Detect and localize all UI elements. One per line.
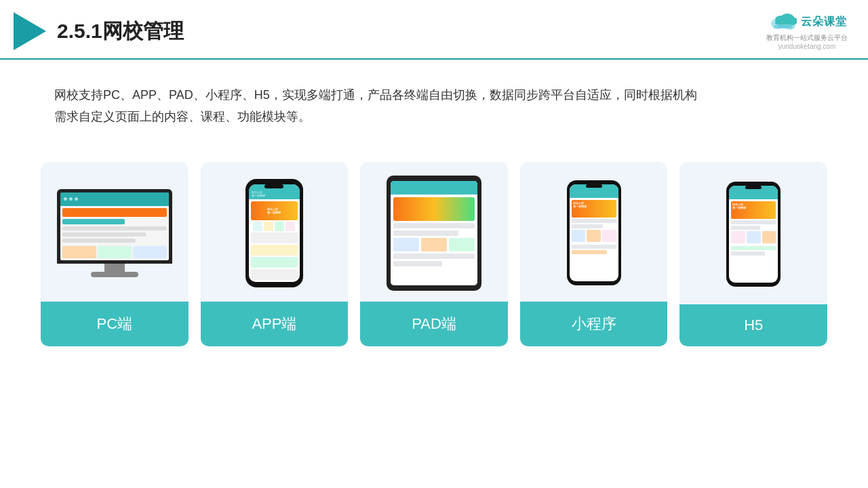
cloud-logo-container: 云朵课堂 <box>767 13 847 32</box>
logo-url: yunduoketang.com <box>778 43 836 50</box>
svg-rect-7 <box>775 21 795 24</box>
card-h5-label: H5 <box>679 304 827 346</box>
description-line1: 网校支持PC、APP、PAD、小程序、H5，实现多端打通，产品各终端自由切换，数… <box>54 84 814 106</box>
logo-text-cn: 云朵课堂 <box>801 15 847 29</box>
header-left: 2.5.1网校管理 <box>14 12 184 50</box>
card-pc: PC端 <box>41 162 189 346</box>
card-miniprogram: 职达人的第一堂网课 小程序 <box>520 162 668 346</box>
phone-miniprogram-mockup: 职达人的第一堂网课 <box>567 180 621 285</box>
tablet-mockup <box>387 176 481 291</box>
description-block: 网校支持PC、APP、PAD、小程序、H5，实现多端打通，产品各终端自由切换，数… <box>0 60 868 142</box>
page-title: 2.5.1网校管理 <box>57 18 184 45</box>
card-h5-image: 职达人的第一堂网课 <box>679 162 827 304</box>
card-app-label: APP端 <box>201 302 349 346</box>
cards-container: PC端 职达人的第一堂网课 职达人的第一堂网课 <box>0 142 868 346</box>
card-pad-label: PAD端 <box>360 302 508 346</box>
card-pad: PAD端 <box>360 162 508 346</box>
card-app-image: 职达人的第一堂网课 职达人的第一堂网课 <box>201 162 349 302</box>
card-miniprogram-image: 职达人的第一堂网课 <box>520 162 668 302</box>
svg-rect-3 <box>774 25 793 28</box>
card-h5: 职达人的第一堂网课 H5 <box>679 162 827 346</box>
cloud-svg-icon <box>767 13 797 32</box>
card-app: 职达人的第一堂网课 职达人的第一堂网课 <box>201 162 349 346</box>
logo-subtext: 教育机构一站式服务云平台 <box>766 33 848 43</box>
phone-app-mockup: 职达人的第一堂网课 职达人的第一堂网课 <box>245 179 303 287</box>
description-line2: 需求自定义页面上的内容、课程、功能模块等。 <box>54 106 814 127</box>
brand-logo: 云朵课堂 教育机构一站式服务云平台 yunduoketang.com <box>766 13 848 50</box>
play-icon <box>14 12 46 50</box>
card-pad-image <box>360 162 508 302</box>
card-pc-image <box>41 162 189 302</box>
pc-monitor-mockup <box>54 189 176 277</box>
page-header: 2.5.1网校管理 云朵课堂 教育机构一站式服务云平台 yunduoketang… <box>0 0 868 60</box>
card-pc-label: PC端 <box>41 302 189 346</box>
card-miniprogram-label: 小程序 <box>520 302 668 346</box>
phone-h5-mockup: 职达人的第一堂网课 <box>726 182 781 287</box>
